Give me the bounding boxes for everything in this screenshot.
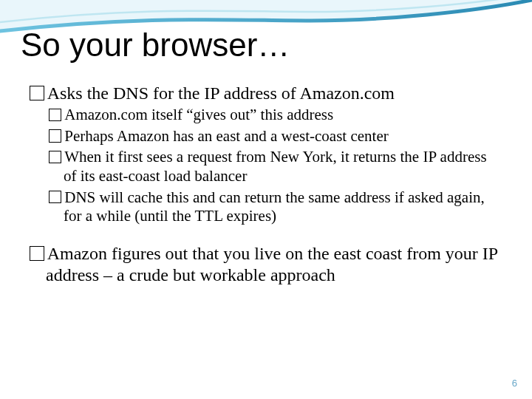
sub-bullet-1: Amazon.com itself “gives out” this addre…	[49, 106, 502, 125]
slide-title: So your browser…	[21, 27, 290, 64]
sub-bullet-3: When it first sees a request from New Yo…	[49, 148, 502, 185]
square-bullet-icon	[49, 129, 61, 142]
sub-bullet-2-text: Perhaps Amazon has an east and a west-co…	[64, 127, 389, 145]
square-bullet-icon	[49, 191, 61, 203]
sub-bullet-4-text: DNS will cache this and can return the s…	[64, 188, 485, 225]
sub-bullet-1-text: Amazon.com itself “gives out” this addre…	[64, 106, 333, 123]
square-bullet-icon	[30, 246, 44, 261]
bullet-2: Amazon figures out that you live on the …	[30, 243, 502, 287]
slide-body: Asks the DNS for the IP address of Amazo…	[30, 83, 502, 287]
page-number: 6	[512, 378, 517, 389]
sub-bullet-3-text: When it first sees a request from New Yo…	[64, 148, 487, 185]
sub-bullet-4: DNS will cache this and can return the s…	[49, 188, 502, 226]
square-bullet-icon	[49, 151, 61, 163]
bullet-1-text: Asks the DNS for the IP address of Amazo…	[47, 83, 395, 103]
bullet-2-text: Amazon figures out that you live on the …	[46, 244, 497, 284]
sub-bullet-2: Perhaps Amazon has an east and a west-co…	[49, 127, 502, 146]
square-bullet-icon	[30, 86, 44, 100]
square-bullet-icon	[49, 109, 61, 121]
bullet-1: Asks the DNS for the IP address of Amazo…	[30, 83, 502, 104]
